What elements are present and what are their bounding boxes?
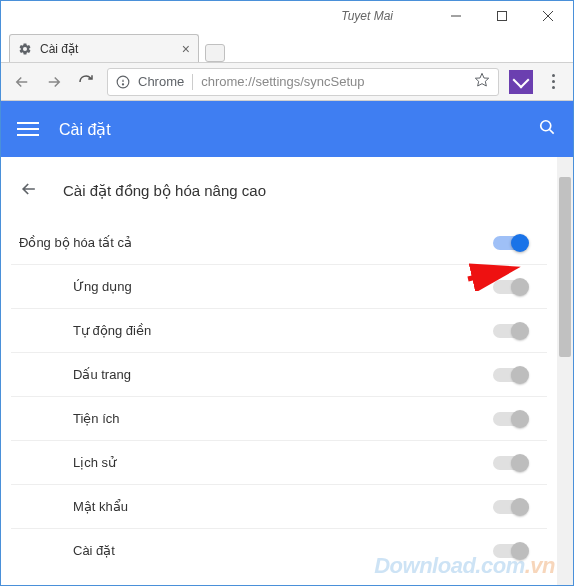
svg-point-6 [122, 83, 123, 84]
svg-rect-1 [498, 12, 507, 21]
sync-item-toggle-history[interactable] [493, 456, 527, 470]
sync-item-toggle-settings[interactable] [493, 544, 527, 558]
svg-line-9 [550, 130, 554, 134]
url-scheme-label: Chrome [138, 74, 184, 89]
new-tab-button[interactable] [205, 44, 225, 62]
scrollbar-thumb[interactable] [559, 177, 571, 357]
sync-item-label: Mật khẩu [73, 499, 493, 514]
omnibox-separator [192, 74, 193, 90]
back-button[interactable] [7, 67, 37, 97]
extension-icon[interactable] [509, 70, 533, 94]
address-bar[interactable]: Chrome chrome://settings/syncSetup [107, 68, 499, 96]
sync-item-toggle-passwords[interactable] [493, 500, 527, 514]
sync-all-label: Đồng bộ hóa tất cả [19, 235, 493, 250]
window-close-button[interactable] [525, 1, 571, 31]
sync-item-label: Cài đặt [73, 543, 493, 558]
settings-header: Cài đặt [1, 101, 573, 157]
bookmark-star-icon[interactable] [474, 72, 490, 92]
settings-title: Cài đặt [59, 120, 537, 139]
tab-title: Cài đặt [40, 42, 174, 56]
window-titlebar: Tuyet Mai [1, 1, 573, 31]
sync-item-label: Tự động điền [73, 323, 493, 338]
sync-item-label: Lịch sử [73, 455, 493, 470]
browser-tab[interactable]: Cài đặt × [9, 34, 199, 62]
back-arrow-icon[interactable] [19, 179, 39, 203]
sync-item-row: Tự động điền [11, 308, 547, 352]
sync-item-toggle-bookmarks[interactable] [493, 368, 527, 382]
browser-tabstrip: Cài đặt × [1, 31, 573, 63]
browser-menu-button[interactable] [539, 74, 567, 89]
section-title: Cài đặt đồng bộ hóa nâng cao [63, 182, 266, 200]
browser-toolbar: Chrome chrome://settings/syncSetup [1, 63, 573, 101]
window-maximize-button[interactable] [479, 1, 525, 31]
sync-item-toggle-autofill[interactable] [493, 324, 527, 338]
sync-all-toggle[interactable] [493, 236, 527, 250]
window-user-label: Tuyet Mai [341, 9, 393, 23]
sync-item-row: Cài đặt [11, 528, 547, 572]
sync-item-toggle-extensions[interactable] [493, 412, 527, 426]
sync-item-row: Mật khẩu [11, 484, 547, 528]
vertical-scrollbar[interactable] [557, 157, 573, 585]
sync-item-row: Ứng dụng [11, 264, 547, 308]
gear-icon [18, 42, 32, 56]
reload-button[interactable] [71, 67, 101, 97]
tab-close-icon[interactable]: × [182, 41, 190, 57]
sync-item-label: Tiện ích [73, 411, 493, 426]
sync-item-row: Dấu trang [11, 352, 547, 396]
sync-all-row: Đồng bộ hóa tất cả [11, 221, 547, 264]
forward-button[interactable] [39, 67, 69, 97]
content-area: Cài đặt đồng bộ hóa nâng cao Đồng bộ hóa… [1, 157, 573, 585]
url-text: chrome://settings/syncSetup [201, 74, 466, 89]
search-icon[interactable] [537, 117, 557, 141]
sync-item-toggle-apps[interactable] [493, 280, 527, 294]
menu-icon[interactable] [17, 118, 39, 140]
sync-item-label: Ứng dụng [73, 279, 493, 294]
sync-item-row: Tiện ích [11, 396, 547, 440]
window-minimize-button[interactable] [433, 1, 479, 31]
svg-point-8 [541, 121, 551, 131]
site-info-icon[interactable] [116, 75, 130, 89]
sync-item-label: Dấu trang [73, 367, 493, 382]
section-header: Cài đặt đồng bộ hóa nâng cao [11, 157, 547, 221]
sync-item-row: Lịch sử [11, 440, 547, 484]
svg-marker-7 [475, 73, 488, 86]
